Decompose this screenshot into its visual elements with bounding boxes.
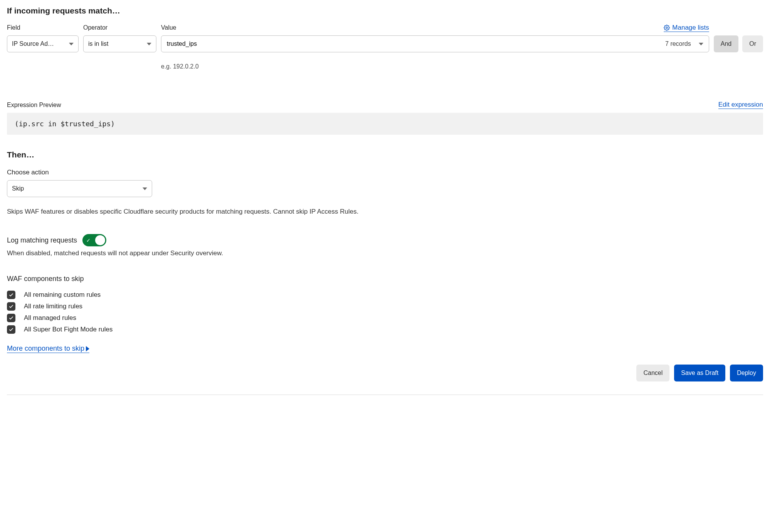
value-input[interactable] bbox=[161, 36, 665, 52]
action-description: Skips WAF features or disables specific … bbox=[7, 208, 763, 216]
log-toggle-description: When disabled, matched requests will not… bbox=[7, 249, 763, 257]
if-section: If incoming requests match… Field IP Sou… bbox=[7, 6, 763, 70]
if-section-title: If incoming requests match… bbox=[7, 6, 763, 15]
save-draft-button[interactable]: Save as Draft bbox=[674, 365, 725, 381]
waf-check-item: All remaining custom rules bbox=[7, 291, 763, 299]
expression-section: Expression Preview Edit expression (ip.s… bbox=[7, 101, 763, 135]
check-icon bbox=[8, 315, 14, 321]
gear-icon bbox=[664, 25, 670, 31]
value-column: Value Manage lists 7 records e.g. 192.0.… bbox=[161, 23, 709, 70]
check-icon bbox=[8, 327, 14, 332]
expression-preview-label: Expression Preview bbox=[7, 102, 61, 109]
toggle-knob bbox=[95, 235, 105, 245]
waf-item-label: All managed rules bbox=[24, 314, 76, 322]
log-section: Log matching requests ✓ When disabled, m… bbox=[7, 234, 763, 257]
deploy-button[interactable]: Deploy bbox=[730, 365, 763, 381]
records-dropdown[interactable]: 7 records bbox=[665, 40, 709, 47]
operator-column: Operator is in list bbox=[83, 23, 156, 52]
value-input-wrap: 7 records bbox=[161, 35, 709, 52]
manage-lists-text: Manage lists bbox=[672, 24, 709, 32]
value-label: Value bbox=[161, 24, 176, 31]
check-icon bbox=[8, 292, 14, 298]
then-section: Then… Choose action Skip Skips WAF featu… bbox=[7, 150, 763, 216]
then-title: Then… bbox=[7, 150, 763, 159]
action-select[interactable]: Skip bbox=[7, 180, 152, 197]
waf-item-label: All Super Bot Fight Mode rules bbox=[24, 326, 113, 333]
waf-item-label: All remaining custom rules bbox=[24, 291, 101, 299]
or-button[interactable]: Or bbox=[742, 35, 763, 52]
chevron-down-icon bbox=[143, 187, 147, 190]
operator-select-value: is in list bbox=[88, 40, 143, 47]
log-toggle[interactable]: ✓ bbox=[82, 234, 106, 246]
expression-code: (ip.src in $trusted_ips) bbox=[7, 113, 763, 135]
choose-action-label: Choose action bbox=[7, 169, 763, 176]
and-button[interactable]: And bbox=[714, 35, 738, 52]
waf-item-label: All rate limiting rules bbox=[24, 303, 82, 310]
more-components-link[interactable]: More components to skip bbox=[7, 345, 89, 353]
check-icon bbox=[8, 304, 14, 309]
waf-components-title: WAF components to skip bbox=[7, 275, 763, 283]
triangle-right-icon bbox=[86, 346, 89, 351]
checkbox[interactable] bbox=[7, 302, 15, 311]
chevron-down-icon bbox=[69, 43, 74, 45]
waf-check-item: All rate limiting rules bbox=[7, 302, 763, 311]
checkbox[interactable] bbox=[7, 314, 15, 322]
cancel-button[interactable]: Cancel bbox=[636, 365, 669, 381]
field-select-value: IP Source Ad… bbox=[12, 40, 65, 47]
checkbox[interactable] bbox=[7, 291, 15, 299]
waf-check-item: All managed rules bbox=[7, 314, 763, 322]
rule-builder-row: Field IP Source Ad… Operator is in list … bbox=[7, 23, 763, 70]
field-label: Field bbox=[7, 24, 20, 31]
check-icon: ✓ bbox=[86, 238, 91, 243]
logic-op-buttons: And Or bbox=[714, 35, 763, 52]
chevron-down-icon bbox=[699, 43, 703, 45]
records-text: 7 records bbox=[665, 40, 691, 47]
value-hint: e.g. 192.0.2.0 bbox=[161, 63, 709, 70]
manage-lists-link[interactable]: Manage lists bbox=[664, 24, 709, 32]
field-select[interactable]: IP Source Ad… bbox=[7, 35, 79, 52]
checkbox[interactable] bbox=[7, 325, 15, 334]
chevron-down-icon bbox=[147, 43, 151, 45]
waf-check-list: All remaining custom rules All rate limi… bbox=[7, 291, 763, 334]
more-components-text: More components to skip bbox=[7, 345, 84, 353]
waf-components-section: WAF components to skip All remaining cus… bbox=[7, 275, 763, 353]
waf-check-item: All Super Bot Fight Mode rules bbox=[7, 325, 763, 334]
footer-buttons: Cancel Save as Draft Deploy bbox=[7, 365, 763, 381]
log-toggle-label: Log matching requests bbox=[7, 236, 77, 244]
edit-expression-link[interactable]: Edit expression bbox=[718, 101, 763, 109]
field-column: Field IP Source Ad… bbox=[7, 23, 79, 52]
operator-label: Operator bbox=[83, 24, 107, 31]
action-select-value: Skip bbox=[12, 185, 139, 192]
svg-point-0 bbox=[666, 27, 668, 28]
bottom-divider bbox=[7, 395, 763, 395]
operator-select[interactable]: is in list bbox=[83, 35, 156, 52]
